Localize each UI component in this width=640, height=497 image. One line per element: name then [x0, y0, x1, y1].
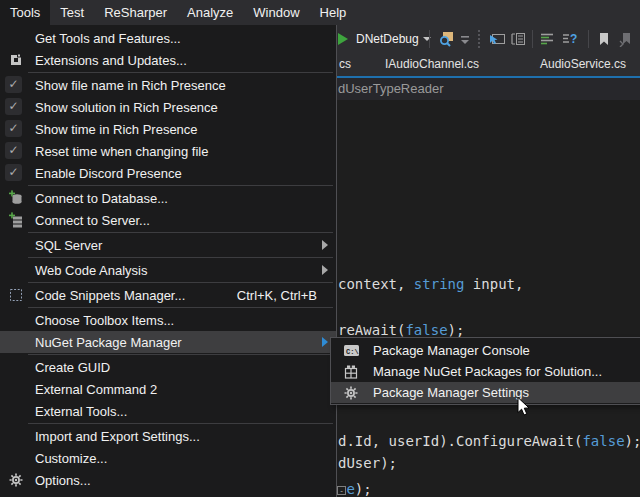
checkmark-icon: ✓: [5, 164, 22, 181]
menu-item-extensions-and-updates[interactable]: Extensions and Updates...: [0, 49, 336, 71]
menu-item-connect-to-database[interactable]: Connect to Database...: [0, 187, 336, 209]
member-dropdown[interactable]: dUserTypeReader: [338, 78, 444, 100]
nuget-package-manager-submenu: C:\Package Manager ConsoleManage NuGet P…: [330, 337, 640, 405]
menubar-item-test[interactable]: Test: [50, 0, 94, 25]
submenu-item-manage-nuget-packages-for-solution[interactable]: Manage NuGet Packages for Solution...: [331, 361, 640, 382]
format-lines-icon: [539, 31, 556, 47]
menubar-item-resharper[interactable]: ReSharper: [94, 0, 177, 25]
toggle-bookmark-button[interactable]: [596, 25, 612, 53]
menu-item-label: Choose Toolbox Items...: [35, 313, 174, 328]
code-token: context,: [338, 276, 414, 292]
menu-item-label: Create GUID: [35, 360, 110, 375]
code-line: reAwait(false);: [338, 322, 464, 338]
connect-database-icon: [6, 189, 26, 207]
menu-item-enable-discord-presence[interactable]: ✓Enable Discord Presence: [0, 162, 336, 184]
extensions-icon: [6, 51, 26, 69]
menu-item-sql-server[interactable]: SQL Server: [0, 234, 336, 256]
tab-iaudiochannel-cs[interactable]: IAudioChannel.cs: [385, 53, 479, 76]
menu-item-label: Extensions and Updates...: [35, 53, 187, 68]
menu-item-customize[interactable]: Customize...: [0, 447, 336, 469]
menu-item-external-command-2[interactable]: External Command 2: [0, 378, 336, 400]
menu-item-nuget-package-manager[interactable]: NuGet Package Manager: [0, 331, 336, 353]
submenu-arrow-icon: [322, 337, 328, 347]
debug-target-dropdown[interactable]: DNetDebug: [350, 25, 431, 53]
menu-item-options[interactable]: Options...: [0, 469, 336, 491]
play-icon: [338, 33, 348, 45]
submenu-arrow-icon: [322, 265, 328, 275]
menu-item-label: Reset time when changing file: [35, 144, 208, 159]
menu-item-label: Code Snippets Manager...: [35, 288, 185, 303]
menu-item-code-snippets-manager[interactable]: Code Snippets Manager...Ctrl+K, Ctrl+B: [0, 284, 336, 306]
gear-icon: [341, 384, 361, 401]
copy-document-button[interactable]: [509, 25, 527, 53]
submenu-item-label: Manage NuGet Packages for Solution...: [373, 364, 602, 379]
menu-item-import-and-export-settings[interactable]: Import and Export Settings...: [0, 425, 336, 447]
menu-item-label: Options...: [35, 473, 91, 488]
next-bookmark-button[interactable]: [618, 25, 634, 53]
gear-icon: [6, 471, 26, 489]
code-token: string: [414, 276, 465, 292]
toolbar-grip[interactable]: [478, 30, 482, 48]
menu-item-show-time-in-rich-presence[interactable]: ✓Show time in Rich Presence: [0, 118, 336, 140]
menu-item-label: NuGet Package Manager: [35, 335, 182, 350]
menu-item-create-guid[interactable]: Create GUID: [0, 356, 336, 378]
start-debug-button[interactable]: [338, 25, 348, 53]
tab-cs[interactable]: cs: [339, 53, 351, 76]
find-options-dropdown[interactable]: [459, 25, 471, 53]
code-token: );: [448, 322, 465, 338]
code-line: context, string input,: [338, 276, 523, 292]
toolbar-separator: [588, 30, 589, 48]
menu-bar: ToolsTestReSharperAnalyzeWindowHelp: [0, 0, 640, 25]
toolbar-separator: [429, 30, 430, 48]
code-token: d.Id, userId).ConfigureAwait(: [338, 433, 582, 449]
toolbar-separator: [532, 30, 533, 48]
submenu-item-label: Package Manager Settings: [373, 385, 529, 400]
format-document-button[interactable]: [539, 25, 556, 53]
menu-item-label: Import and Export Settings...: [35, 429, 200, 444]
menubar-item-tools[interactable]: Tools: [0, 0, 50, 25]
code-line: dUser);: [338, 455, 397, 471]
bookmark-next-icon: [618, 31, 634, 47]
menu-item-show-solution-in-rich-presence[interactable]: ✓Show solution in Rich Presence: [0, 96, 336, 118]
find-in-files-button[interactable]: [437, 25, 455, 53]
menu-item-connect-to-server[interactable]: Connect to Server...: [0, 209, 336, 231]
code-token: input,: [464, 276, 523, 292]
code-fold-marker[interactable]: -: [337, 486, 346, 495]
code-token: reAwait(: [338, 322, 405, 338]
menubar-item-analyze[interactable]: Analyze: [177, 0, 243, 25]
menu-item-label: External Command 2: [35, 382, 157, 397]
code-snippets-icon: [6, 286, 26, 304]
menu-item-label: Show time in Rich Presence: [35, 122, 198, 137]
menu-item-shortcut: Ctrl+K, Ctrl+B: [237, 288, 336, 303]
menu-item-label: Get Tools and Features...: [35, 31, 181, 46]
menubar-item-help[interactable]: Help: [310, 0, 357, 25]
comment-help-button[interactable]: ?: [561, 25, 580, 53]
code-token: );: [355, 481, 372, 497]
menu-item-reset-time-when-changing-file[interactable]: ✓Reset time when changing file: [0, 140, 336, 162]
menu-item-label: Connect to Database...: [35, 191, 168, 206]
navigate-cursor-icon: [488, 31, 506, 47]
connect-server-icon: [6, 211, 26, 229]
console-icon: C:\: [341, 342, 361, 359]
mouse-cursor: [517, 397, 532, 418]
menu-item-web-code-analysis[interactable]: Web Code Analysis: [0, 259, 336, 281]
menu-item-label: Show file name in Rich Presence: [35, 78, 226, 93]
debug-target-label: DNetDebug: [356, 32, 419, 46]
tools-menu: Get Tools and Features...Extensions and …: [0, 25, 337, 497]
menu-item-external-tools[interactable]: External Tools...: [0, 400, 336, 422]
copy-lines-icon: [509, 31, 527, 47]
navigate-to-cursor-button[interactable]: [488, 25, 506, 53]
bookmark-icon: [596, 31, 612, 47]
tab-audioservice-cs[interactable]: AudioService.cs: [540, 53, 626, 76]
menubar-item-window[interactable]: Window: [243, 0, 309, 25]
menu-item-choose-toolbox-items[interactable]: Choose Toolbox Items...: [0, 309, 336, 331]
submenu-arrow-icon: [322, 240, 328, 250]
menu-item-get-tools-and-features[interactable]: Get Tools and Features...: [0, 27, 336, 49]
submenu-item-package-manager-console[interactable]: C:\Package Manager Console: [331, 340, 640, 361]
checkmark-icon: ✓: [5, 98, 22, 115]
submenu-item-package-manager-settings[interactable]: Package Manager Settings: [331, 382, 640, 403]
code-token: false: [582, 433, 624, 449]
vs-window: context, string input,reAwait(false);d.I…: [0, 0, 640, 497]
menu-item-show-file-name-in-rich-presence[interactable]: ✓Show file name in Rich Presence: [0, 74, 336, 96]
menu-item-label: Customize...: [35, 451, 107, 466]
